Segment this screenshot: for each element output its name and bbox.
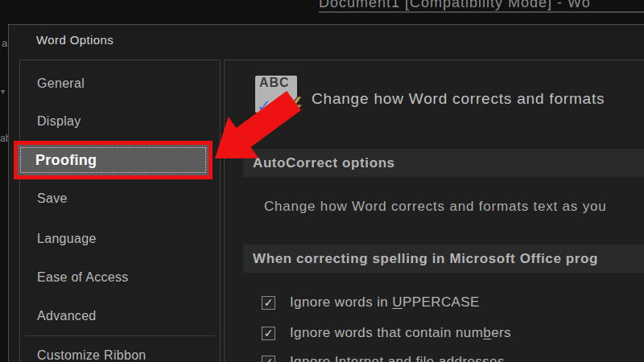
checkbox-label: Ignore words in UPPERCASE (290, 294, 480, 311)
checkbox-label: Ignore Internet and file addresses (290, 354, 505, 362)
checkbox-label: Ignore words that contain numbers (290, 325, 511, 341)
autocorrect-abc-spellcheck-icon: ABC ✓ (255, 76, 297, 113)
abc-icon-letters: ABC (259, 76, 290, 90)
section-header-autocorrect: AutoCorrect options (243, 149, 644, 177)
proofing-highlight-box: Proofing (14, 141, 213, 179)
window-title-text: Document1 [Compatibility Mode] - Wo (319, 0, 644, 11)
autocorrect-description: Change how Word corrects and formats tex… (264, 197, 607, 216)
window-title-fragment: Document1 [Compatibility Mode] - Wo (319, 0, 644, 13)
sidebar-item-language[interactable]: Language (20, 227, 220, 251)
sidebar-item-save[interactable]: Save (20, 187, 220, 211)
section-header-spelling: When correcting spelling in Microsoft Of… (243, 245, 644, 273)
lightning-bolt-icon (287, 97, 304, 118)
checkbox-ignore-uppercase[interactable]: ✓ (262, 296, 275, 310)
background-fragment-triangle: ▾ (1, 87, 5, 96)
sidebar-item-proofing[interactable]: Proofing (18, 145, 208, 175)
checkbox-ignore-numbers[interactable]: ✓ (262, 327, 275, 340)
sidebar-divider (25, 335, 215, 336)
sidebar-item-general[interactable]: General (20, 72, 220, 96)
sidebar-item-ease-of-access[interactable]: Ease of Access (20, 265, 220, 290)
options-sidebar: General Display Save Language Ease of Ac… (19, 60, 221, 362)
page-header: Change how Word corrects and formats (312, 88, 605, 110)
background-fragment-a: a (2, 37, 7, 49)
word-options-dialog: Word Options General Display Save Langua… (8, 24, 644, 362)
checkbox-row-ignore-uppercase: ✓ Ignore words in UPPERCASE (262, 293, 480, 312)
checkbox-ignore-addresses[interactable]: ✓ (262, 356, 275, 362)
sidebar-item-customize-ribbon[interactable]: Customize Ribbon (20, 343, 220, 362)
sidebar-item-advanced[interactable]: Advanced (20, 304, 220, 328)
checkbox-row-ignore-addresses: ✓ Ignore Internet and file addresses (262, 352, 505, 362)
abc-icon-checkmark: ✓ (257, 97, 271, 116)
proofing-content-panel: ABC ✓ Change how Word corrects and forma… (224, 60, 644, 362)
checkbox-row-ignore-numbers: ✓ Ignore words that contain numbers (262, 323, 511, 343)
sidebar-item-display[interactable]: Display (20, 109, 220, 134)
dialog-title: Word Options (36, 30, 114, 51)
